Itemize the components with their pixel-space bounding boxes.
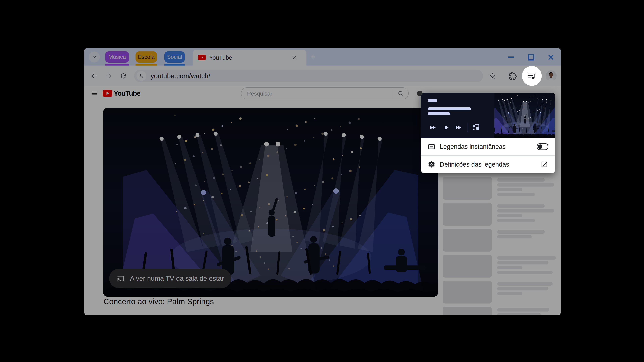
play-button[interactable] — [442, 124, 450, 131]
media-thumbnail — [494, 93, 555, 138]
global-media-controls-popup: Legendas instantâneas Definições das leg… — [421, 93, 555, 173]
live-caption-label: Legendas instantâneas — [440, 143, 506, 150]
picture-in-picture-button[interactable] — [472, 123, 480, 132]
gear-icon — [428, 161, 435, 168]
live-caption-toggle[interactable] — [537, 143, 548, 150]
caption-settings-row[interactable]: Definições das legendas — [421, 156, 555, 173]
media-line1-skeleton — [428, 107, 471, 110]
toggle-knob — [538, 144, 542, 149]
browser-window: Música Escola Social YouTube — [84, 48, 561, 315]
controls-divider — [468, 122, 468, 132]
media-line2-skeleton — [428, 112, 450, 115]
live-caption-row[interactable]: Legendas instantâneas — [421, 138, 555, 155]
live-caption-icon — [428, 143, 435, 150]
media-playlist-music-icon — [527, 71, 536, 81]
media-controls-button[interactable] — [522, 66, 542, 86]
media-session-card — [421, 93, 555, 138]
caption-settings-label: Definições das legendas — [440, 161, 509, 168]
open-in-new-icon[interactable] — [541, 161, 548, 168]
media-title-skeleton — [428, 99, 438, 102]
previous-track-button[interactable] — [429, 124, 437, 131]
next-track-button[interactable] — [454, 124, 462, 131]
feature-spotlight-scrim — [84, 48, 561, 315]
